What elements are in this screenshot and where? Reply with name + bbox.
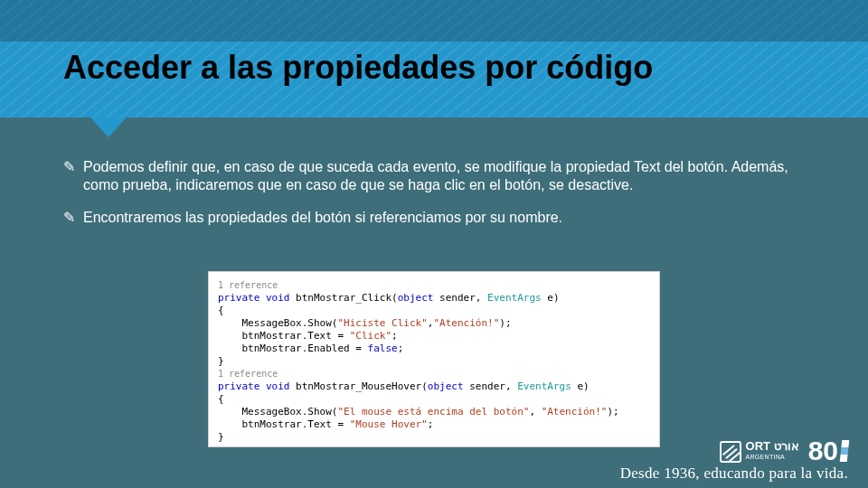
slide-footer: ORT אורט ARGENTINA 80 Desde 1936, educan… [0,445,868,488]
bullet-marker-icon: ✎ [63,158,83,194]
code-snippet-panel: 1 reference private void btnMostrar_Clic… [208,271,660,447]
code-line: MessageBox.Show("El mouse está encima de… [218,406,650,418]
code-line: btnMostrar.Enabled = false; [218,343,650,355]
ort-leaf-icon [720,441,741,463]
code-line: } [218,431,650,444]
code-reference-count: 1 reference [218,279,650,292]
ort-name: ORT [746,439,770,453]
code-line: private void btnMostrar_Click(object sen… [218,292,650,305]
code-line: { [218,393,650,406]
code-line: btnMostrar.Text = "Click"; [218,330,650,343]
slide-content: ✎ Podemos definir que, en caso de que su… [63,158,827,241]
bullet-text: Encontraremos las propiedades del botón … [83,209,827,227]
ribbon-icon [840,440,850,462]
footer-tagline: Desde 1936, educando para la vida. [620,465,848,483]
code-line: { [218,305,650,317]
bullet-text: Podemos definir que, en caso de que suce… [83,158,827,194]
slide-title: Acceder a las propiedades por código [63,49,653,87]
ort-hebrew: אורט [774,439,799,453]
code-line: } [218,355,650,368]
slide-header: Acceder a las propiedades por código [0,0,868,117]
code-line: MessageBox.Show("Hiciste Click","Atenció… [218,317,650,330]
ort-country: ARGENTINA [746,452,799,463]
code-line: btnMostrar.Text = "Mouse Hover"; [218,418,650,431]
header-dark-band [0,0,868,42]
bullet-item: ✎ Encontraremos las propiedades del botó… [63,209,827,227]
ort-logo: ORT אורט ARGENTINA [720,441,799,463]
anniversary-number: 80 [808,439,838,463]
code-line: private void btnMostrar_MouseHover(objec… [218,380,650,393]
bullet-marker-icon: ✎ [63,209,83,227]
header-pointer-icon [90,117,127,137]
anniversary-logo: 80 [808,439,848,463]
footer-logos: ORT אורט ARGENTINA 80 [720,439,848,463]
bullet-item: ✎ Podemos definir que, en caso de que su… [63,158,827,194]
code-reference-count: 1 reference [218,368,650,380]
